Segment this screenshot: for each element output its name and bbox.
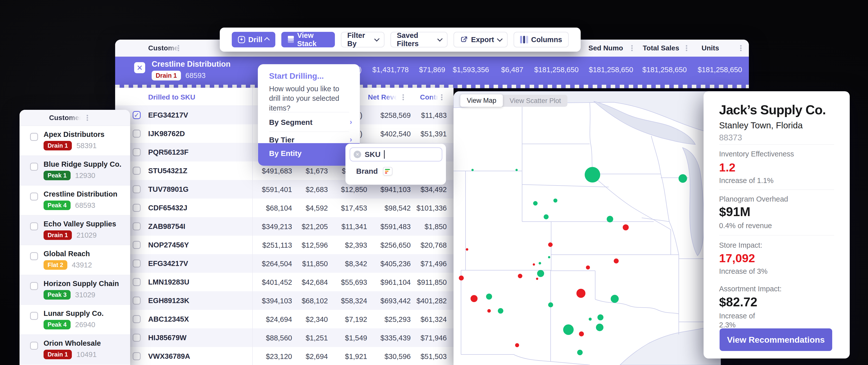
red-map-bubble[interactable] (579, 331, 584, 336)
row-checkbox[interactable] (133, 222, 141, 230)
red-map-bubble[interactable] (515, 343, 519, 347)
row-checkbox-checked[interactable]: ✓ (133, 111, 141, 119)
sidebar-customer-row[interactable]: Apex DistributorsDrain 158391 (20, 126, 130, 156)
green-map-bubble[interactable] (611, 295, 619, 303)
menu-item-by-segment[interactable]: By Segment (269, 118, 312, 127)
row-checkbox[interactable] (30, 163, 38, 171)
entity-search-input[interactable]: ✕ SKU (350, 147, 442, 162)
view-stack-button[interactable]: View Stack (281, 32, 335, 47)
row-checkbox[interactable] (30, 252, 38, 260)
chevron-right-icon: › (350, 135, 352, 144)
red-map-bubble[interactable] (533, 263, 535, 266)
green-map-bubble[interactable] (537, 270, 544, 277)
green-map-bubble[interactable] (538, 262, 541, 264)
green-map-bubble[interactable] (548, 302, 553, 307)
row-checkbox[interactable] (30, 222, 38, 230)
red-map-bubble[interactable] (536, 278, 538, 280)
red-map-bubble[interactable] (466, 248, 468, 251)
green-map-bubble[interactable] (486, 293, 492, 300)
sidebar-customer-row[interactable]: Echo Valley SuppliesDrain 121029 (20, 215, 130, 245)
sku-table-row[interactable]: HIJ85679W$88,560$1,251$1,549$335,439$71,… (115, 329, 454, 347)
sku-cell-value: $51,503 (421, 353, 447, 361)
sidebar-column-menu-icon[interactable] (87, 117, 88, 119)
selected-customer-row[interactable]: ✕ Crestline Distribution Drain 1 68593 )… (115, 57, 749, 85)
green-map-bubble[interactable] (533, 201, 538, 205)
row-checkbox[interactable] (133, 148, 141, 156)
green-map-bubble[interactable] (563, 325, 574, 335)
red-map-bubble[interactable] (577, 289, 585, 298)
sku-table-row[interactable]: EFG34217V$264,504$11,850$8,342$405,236$7… (115, 254, 454, 273)
red-map-bubble[interactable] (623, 224, 629, 230)
tab-view-scatter-plot[interactable]: View Scatter Plot (503, 97, 567, 105)
drill-button[interactable]: Drill (232, 32, 275, 47)
green-map-bubble[interactable] (516, 169, 518, 171)
green-map-bubble[interactable] (596, 324, 603, 331)
sku-cell-value: $68,102 (302, 297, 328, 305)
red-map-bubble[interactable] (518, 274, 522, 278)
row-checkbox[interactable] (30, 133, 38, 141)
red-map-bubble[interactable] (548, 243, 553, 247)
row-checkbox[interactable] (133, 185, 141, 193)
row-checkbox[interactable] (30, 312, 38, 320)
contribution-column-menu-icon[interactable] (441, 96, 442, 98)
row-checkbox[interactable] (30, 282, 38, 290)
red-map-bubble[interactable] (459, 276, 464, 281)
export-button[interactable]: Export (454, 32, 507, 47)
row-checkbox[interactable] (133, 315, 141, 323)
clear-search-icon[interactable]: ✕ (354, 151, 361, 158)
sidebar-customer-row[interactable]: Global ReachFlat 243912 (20, 245, 130, 275)
menu-item-by-entity[interactable]: By Entity (258, 143, 360, 166)
menu-item-by-tier[interactable]: By Tier (269, 136, 294, 144)
filter-by-button[interactable]: Filter By (341, 32, 384, 47)
green-map-bubble[interactable] (597, 314, 603, 320)
sidebar-customer-row[interactable]: Horizon Supply ChainPeak 331029 (20, 275, 130, 305)
net-revenue-column-menu-icon[interactable] (402, 96, 404, 98)
red-map-bubble[interactable] (586, 265, 590, 270)
red-map-bubble[interactable] (487, 309, 491, 313)
row-checkbox[interactable] (30, 342, 38, 350)
row-checkbox[interactable] (133, 352, 141, 360)
row-checkbox[interactable] (30, 193, 38, 201)
sku-table-row[interactable]: CDF65432J$68,104$4,592$17,453$98,542$101… (115, 199, 454, 217)
units-column-menu-icon[interactable] (740, 47, 742, 49)
row-checkbox[interactable] (133, 297, 141, 305)
sku-table-row[interactable]: VWX36789A$23,120$2,694$1,921$30,596$51,5… (115, 347, 454, 365)
red-map-bubble[interactable] (614, 258, 619, 263)
green-map-bubble[interactable] (553, 199, 557, 202)
row-checkbox[interactable] (133, 334, 141, 342)
green-map-bubble[interactable] (544, 214, 549, 219)
sku-table-row[interactable]: ABC12345X$24,694$2,340$7,192$25,293$61,3… (115, 310, 454, 329)
green-map-bubble[interactable] (585, 167, 600, 182)
sidebar-customer-row[interactable]: Blue Ridge Supply Co.Peak 112930 (20, 156, 130, 186)
deselect-checkbox[interactable]: ✕ (134, 62, 145, 73)
green-map-bubble[interactable] (548, 256, 550, 258)
sku-table-row[interactable]: ZAB98754I$349,213$21,205$11,341$591,483$… (115, 217, 454, 236)
green-map-bubble[interactable] (577, 350, 583, 355)
row-checkbox[interactable] (133, 278, 141, 286)
red-map-bubble[interactable] (470, 295, 477, 302)
green-map-bubble[interactable] (471, 169, 473, 171)
sku-table-row[interactable]: LMN19283U$401,452$42,684$55,693$961,104$… (115, 273, 454, 291)
sidebar-customer-row[interactable]: Orion WholesaleDrain 110491 (20, 335, 130, 365)
customer-column-menu-icon[interactable] (178, 47, 179, 49)
green-map-bubble[interactable] (679, 174, 687, 183)
total-sales-column-menu-icon[interactable] (686, 47, 687, 49)
columns-button[interactable]: Columns (514, 32, 569, 47)
view-recommendations-button[interactable]: View Recommendations (720, 329, 832, 351)
row-checkbox[interactable] (133, 241, 141, 249)
green-map-bubble[interactable] (607, 216, 613, 222)
sku-table-row[interactable]: NOP27456Y$251,113$12,596$2,393$256,650$2… (115, 236, 454, 254)
sku-table-row[interactable]: EGH89123K$394,103$68,102$58,324$693,442$… (115, 291, 454, 310)
sidebar-customer-row[interactable]: Lunar Supply Co.Peak 426940 (20, 305, 130, 335)
sidebar-customer-row[interactable]: Crestline DistributionPeak 468593 (20, 186, 130, 215)
row-checkbox[interactable] (133, 259, 141, 268)
green-map-bubble[interactable] (589, 318, 592, 320)
menu-item-brand[interactable]: Brand (356, 167, 393, 175)
row-checkbox[interactable] (133, 167, 141, 175)
green-map-bubble[interactable] (498, 308, 503, 314)
row-checkbox[interactable] (133, 204, 141, 212)
sed-numo-column-menu-icon[interactable] (631, 47, 633, 49)
row-checkbox[interactable] (133, 130, 141, 138)
tab-view-map[interactable]: View Map (460, 94, 503, 107)
saved-filters-button[interactable]: Saved Filters (391, 32, 448, 47)
